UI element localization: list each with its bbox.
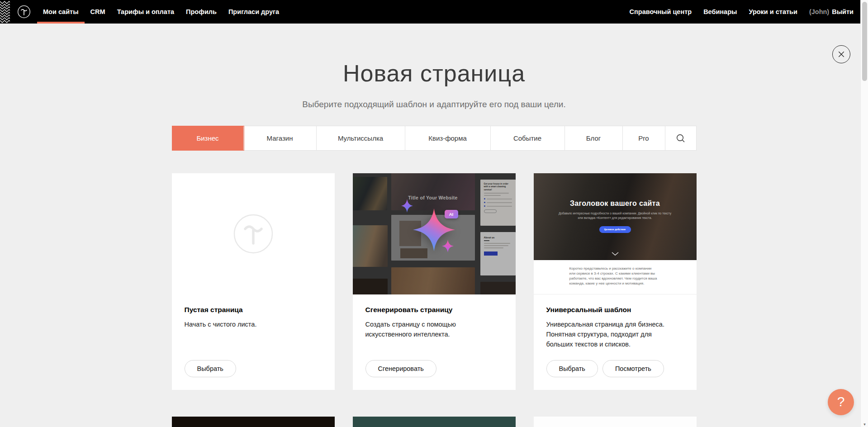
nav-item-lessons-articles[interactable]: Уроки и статьи (743, 8, 803, 15)
card-description: Создать страницу с помощью искусственног… (365, 320, 492, 340)
tab-pro[interactable]: Pro (623, 126, 665, 150)
template-category-tabs: Бизнес Магазин Мультиссылка Квиз-форма С… (172, 126, 697, 151)
scrollbar-thumb[interactable] (862, 2, 867, 81)
tab-store[interactable]: Магазин (244, 126, 317, 150)
template-cards-grid-row2 (172, 417, 697, 427)
card-description: Начать с чистого листа. (185, 320, 311, 330)
template-card-blank-page: Пустая страница Начать с чистого листа. … (172, 173, 335, 390)
select-blank-button[interactable]: Выбрать (185, 360, 236, 377)
template-hero-title: Заголовок вашего сайта (570, 199, 660, 208)
template-card-partial[interactable] (534, 417, 697, 427)
card-title: Универсальный шаблон (546, 306, 684, 314)
close-button[interactable] (832, 45, 850, 63)
scrollbar[interactable]: ▾ (860, 0, 868, 427)
card-description: Универсальная страница для бизнеса. Поня… (546, 320, 673, 349)
tilda-watermark-icon (233, 214, 274, 254)
template-hero-subtitle: Добавьте интересные подробности о вашей … (559, 211, 672, 220)
close-icon (833, 45, 850, 63)
nav-item-crm[interactable]: CRM (85, 0, 111, 24)
navbar-right-menu: Справочный центр Вебинары Уроки и статьи… (624, 0, 854, 24)
logout-link[interactable]: Выйти (832, 8, 854, 15)
nav-item-profile[interactable]: Профиль (180, 0, 223, 24)
universal-template-preview[interactable]: Заголовок вашего сайта Добавьте интересн… (534, 173, 697, 294)
top-navbar: Мои сайты CRM Тарифы и оплата Профиль Пр… (0, 0, 868, 24)
user-name-label: (John) (809, 8, 829, 15)
page-subtitle: Выберите подходящий шаблон и адаптируйте… (0, 100, 868, 109)
sparkle-small-icon (401, 199, 413, 213)
help-button[interactable]: ? (828, 389, 854, 415)
nav-item-invite-friend[interactable]: Пригласи друга (223, 0, 285, 24)
card-title: Сгенерировать страницу (365, 306, 503, 314)
nav-item-plans-payment[interactable]: Тарифы и оплата (111, 0, 180, 24)
nav-item-help-center[interactable]: Справочный центр (624, 8, 698, 15)
card-title: Пустая страница (185, 306, 322, 314)
new-page-dialog: Новая страница Выберите подходящий шабло… (0, 24, 868, 427)
template-cards-grid: Пустая страница Начать с чистого листа. … (172, 173, 697, 390)
tilda-logo-icon[interactable] (17, 5, 31, 19)
tab-business[interactable]: Бизнес (172, 126, 244, 150)
blank-page-preview[interactable] (172, 173, 335, 294)
generate-button[interactable]: Сгенерировать (365, 360, 436, 377)
template-card-partial[interactable] (172, 417, 335, 427)
sparkle-small-icon (442, 240, 454, 252)
template-hero: Заголовок вашего сайта Добавьте интересн… (534, 173, 697, 260)
tab-event[interactable]: Событие (491, 126, 565, 150)
template-body-text: Коротко представьтесь и расскажите о ком… (569, 266, 658, 286)
scrollbar-down-arrow-icon[interactable]: ▾ (861, 422, 868, 427)
nav-item-my-sites[interactable]: Мои сайты (37, 0, 85, 24)
preview-universal-button[interactable]: Посмотреть (602, 360, 664, 377)
nav-item-webinars[interactable]: Вебинары (697, 8, 743, 15)
ai-badge: AI (445, 210, 458, 218)
template-cta-button: Целевое действие (599, 226, 631, 233)
template-card-ai-generate: Title of Your Website Get your house in … (353, 173, 516, 390)
ai-generate-preview[interactable]: Title of Your Website Get your house in … (353, 173, 516, 294)
template-card-universal: Заголовок вашего сайта Добавьте интересн… (534, 173, 697, 390)
search-icon (676, 133, 686, 143)
navbar-left-menu: Мои сайты CRM Тарифы и оплата Профиль Пр… (37, 0, 285, 24)
zigzag-pattern-icon (0, 0, 10, 24)
page-title: Новая страница (0, 24, 868, 85)
tab-blog[interactable]: Блог (565, 126, 623, 150)
chevron-down-icon (612, 252, 619, 256)
tab-quiz-form[interactable]: Квиз-форма (405, 126, 491, 150)
search-tab[interactable] (665, 126, 696, 150)
template-card-partial[interactable] (353, 417, 516, 427)
tab-multilink[interactable]: Мультиссылка (317, 126, 405, 150)
select-universal-button[interactable]: Выбрать (546, 360, 598, 377)
